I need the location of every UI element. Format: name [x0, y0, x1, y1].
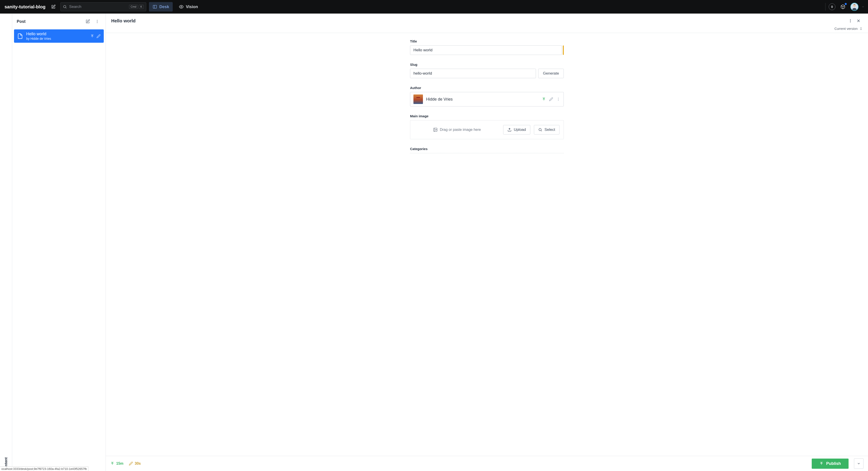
svg-point-11 — [558, 98, 559, 98]
author-reference[interactable]: Hidde de Vries — [410, 92, 564, 106]
kbd-cmd: Cmd — [129, 5, 138, 9]
search-icon — [538, 128, 542, 132]
svg-point-7 — [97, 22, 98, 23]
svg-point-5 — [97, 20, 98, 21]
document-title: Hello world — [111, 18, 846, 24]
select-button[interactable]: Select — [534, 125, 559, 134]
search-box[interactable]: Cmd K — [60, 2, 146, 11]
edit-icon — [51, 4, 56, 9]
svg-point-9 — [850, 21, 851, 21]
svg-point-15 — [434, 129, 435, 129]
author-thumbnail — [413, 94, 423, 104]
upload-label: Upload — [514, 127, 526, 132]
kebab-icon — [848, 19, 852, 23]
edited-ago: 30s — [135, 462, 141, 466]
list-item[interactable]: Hello world by Hidde de Vries — [14, 29, 104, 43]
svg-point-6 — [97, 21, 98, 22]
navbar: sanity-tutorial-blog Cmd K Desk Vision 0 — [0, 0, 868, 13]
categories-label: Categories — [410, 147, 564, 151]
eye-icon — [179, 4, 184, 9]
publish-up-icon — [819, 462, 824, 466]
edited-status: 30s — [129, 462, 141, 466]
svg-point-2 — [181, 6, 182, 7]
pane-menu-button[interactable] — [93, 18, 101, 25]
author-label: Author — [410, 86, 564, 90]
svg-point-0 — [64, 5, 66, 8]
package-icon — [840, 4, 845, 9]
svg-point-10 — [850, 22, 851, 22]
version-label: Current version — [834, 27, 858, 31]
pane-title: Post — [17, 19, 82, 24]
published-ago: 15m — [116, 462, 123, 466]
drop-text: Drag or paste image here — [440, 128, 481, 132]
document-icon — [17, 33, 23, 39]
sort-icon — [860, 27, 863, 30]
sidebar-tab[interactable]: Content — [0, 13, 12, 471]
generate-button[interactable]: Generate — [538, 69, 564, 78]
kebab-icon[interactable] — [556, 97, 560, 101]
compose-icon — [86, 19, 90, 24]
avatar-image — [851, 3, 858, 10]
svg-rect-1 — [153, 5, 157, 8]
main-image-label: Main image — [410, 114, 564, 118]
edit-indicator — [563, 45, 564, 55]
upload-icon — [507, 128, 512, 132]
editor-menu-button[interactable] — [846, 17, 855, 25]
editor-pane: Hello world Current version — [106, 13, 868, 471]
notification-dot — [845, 3, 847, 5]
image-dropzone[interactable]: Drag or paste image here Upload Select — [410, 120, 564, 139]
tab-vision-label: Vision — [186, 4, 198, 9]
svg-point-13 — [558, 100, 559, 101]
select-label: Select — [545, 127, 555, 132]
kbd-k: K — [139, 5, 144, 9]
kebab-icon — [95, 20, 99, 24]
tab-vision[interactable]: Vision — [176, 2, 202, 11]
list-pane: Post Hello world by Hidde de Vries — [12, 13, 106, 471]
list-item-title: Hello world — [26, 32, 87, 36]
publish-button[interactable]: Publish — [812, 459, 848, 469]
tab-desk[interactable]: Desk — [149, 2, 173, 11]
pencil-icon[interactable] — [549, 97, 553, 101]
package-button[interactable] — [839, 2, 847, 11]
published-status: 15m — [110, 462, 123, 466]
status-url: ocalhost:3333/desk/post;9e7f9723-160a-4f… — [0, 467, 88, 471]
editor-footer: 15m 30s Publish — [106, 456, 868, 471]
svg-point-12 — [558, 99, 559, 100]
publish-more-button[interactable] — [854, 458, 864, 469]
search-input[interactable] — [69, 4, 127, 9]
categories-area — [410, 153, 564, 153]
image-icon — [433, 127, 438, 132]
site-title: sanity-tutorial-blog — [4, 4, 46, 9]
slug-label: Slug — [410, 63, 564, 66]
author-name: Hidde de Vries — [426, 97, 539, 102]
nav-divider — [825, 3, 826, 11]
sidebar-label: Content — [4, 18, 8, 471]
tab-desk-label: Desk — [159, 4, 169, 9]
upload-button[interactable]: Upload — [503, 125, 530, 134]
chevron-down-icon[interactable] — [862, 5, 864, 8]
title-input[interactable] — [410, 45, 562, 55]
pencil-icon — [96, 34, 101, 38]
version-selector[interactable]: Current version — [834, 27, 863, 31]
publish-up-icon — [110, 462, 114, 466]
avatar[interactable] — [850, 3, 859, 11]
search-icon — [63, 5, 67, 9]
panel-icon — [153, 4, 157, 9]
title-label: Title — [410, 39, 564, 43]
publish-label: Publish — [826, 461, 841, 466]
chevron-down-icon — [857, 462, 861, 465]
publish-up-icon[interactable] — [542, 97, 546, 101]
close-button[interactable] — [855, 17, 863, 25]
new-document-button[interactable] — [84, 18, 92, 25]
publish-up-icon — [90, 34, 94, 38]
svg-point-8 — [850, 19, 851, 20]
close-icon — [856, 19, 861, 23]
slug-input[interactable] — [410, 69, 536, 78]
list-item-subtitle: by Hidde de Vries — [26, 37, 87, 40]
compose-button[interactable] — [49, 2, 58, 11]
pencil-icon — [129, 462, 133, 466]
kbd-shortcut: Cmd K — [129, 5, 144, 9]
svg-point-16 — [539, 128, 541, 131]
counter-badge[interactable]: 0 — [829, 3, 835, 10]
